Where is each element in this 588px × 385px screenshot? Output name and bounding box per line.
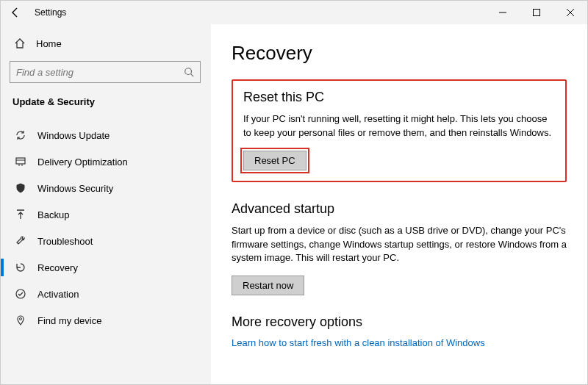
sidebar-item-windows-security[interactable]: Windows Security — [10, 175, 201, 201]
minimize-icon — [499, 9, 506, 16]
sidebar-item-find-my-device[interactable]: Find my device — [10, 307, 201, 334]
home-link[interactable]: Home — [10, 35, 201, 52]
sidebar: Home Update & Security Windows Update De… — [1, 24, 211, 384]
restart-now-button[interactable]: Restart now — [232, 276, 304, 295]
sidebar-item-label: Troubleshoot — [37, 236, 93, 247]
recovery-icon — [14, 262, 27, 273]
close-icon — [567, 9, 574, 16]
search-box[interactable] — [10, 61, 201, 83]
advanced-startup-description: Start up from a device or disc (such as … — [232, 224, 567, 266]
section-label: Update & Security — [10, 96, 201, 107]
sidebar-item-activation[interactable]: Activation — [10, 281, 201, 307]
svg-rect-6 — [16, 158, 25, 164]
maximize-button[interactable] — [520, 1, 553, 24]
close-button[interactable] — [553, 1, 587, 24]
advanced-startup-title: Advanced startup — [232, 201, 567, 217]
backup-icon — [14, 209, 27, 220]
content-area: Recovery Reset this PC If your PC isn't … — [211, 24, 587, 384]
sync-icon — [14, 129, 27, 141]
sidebar-item-troubleshoot[interactable]: Troubleshoot — [10, 228, 201, 254]
arrow-left-icon — [10, 7, 21, 18]
sidebar-item-label: Recovery — [37, 262, 78, 273]
search-icon — [184, 67, 194, 77]
shield-icon — [14, 182, 27, 194]
page-title: Recovery — [232, 42, 567, 65]
sidebar-item-windows-update[interactable]: Windows Update — [10, 122, 201, 148]
titlebar: Settings — [1, 1, 587, 24]
maximize-icon — [533, 9, 540, 16]
sidebar-item-label: Backup — [37, 209, 69, 220]
reset-pc-section: Reset this PC If your PC isn't running w… — [232, 79, 567, 182]
window-controls — [486, 1, 587, 24]
fresh-install-link[interactable]: Learn how to start fresh with a clean in… — [232, 337, 567, 348]
back-button[interactable] — [1, 1, 30, 24]
wrench-icon — [14, 235, 27, 247]
minimize-button[interactable] — [486, 1, 520, 24]
svg-line-5 — [191, 74, 194, 77]
svg-point-11 — [20, 318, 22, 320]
reset-pc-description: If your PC isn't running well, resetting… — [243, 112, 555, 140]
reset-pc-title: Reset this PC — [243, 90, 555, 105]
location-icon — [14, 314, 27, 326]
reset-pc-button[interactable]: Reset PC — [243, 151, 306, 170]
svg-point-4 — [185, 68, 192, 75]
delivery-icon — [14, 156, 27, 168]
home-icon — [14, 37, 26, 49]
sidebar-item-label: Windows Update — [37, 130, 110, 141]
more-recovery-section: More recovery options Learn how to start… — [232, 314, 567, 348]
svg-rect-1 — [534, 10, 540, 16]
sidebar-item-label: Find my device — [37, 315, 101, 326]
advanced-startup-section: Advanced startup Start up from a device … — [232, 201, 567, 296]
svg-point-10 — [16, 289, 25, 298]
check-icon — [14, 288, 27, 300]
sidebar-item-label: Windows Security — [37, 183, 113, 194]
sidebar-item-label: Activation — [37, 289, 79, 300]
sidebar-item-label: Delivery Optimization — [37, 156, 128, 168]
search-input[interactable] — [16, 67, 184, 78]
sidebar-item-recovery[interactable]: Recovery — [10, 254, 201, 281]
sidebar-item-delivery-optimization[interactable]: Delivery Optimization — [10, 148, 201, 175]
sidebar-item-backup[interactable]: Backup — [10, 201, 201, 228]
home-label: Home — [36, 38, 62, 49]
app-title: Settings — [35, 7, 66, 18]
more-recovery-title: More recovery options — [232, 314, 567, 330]
